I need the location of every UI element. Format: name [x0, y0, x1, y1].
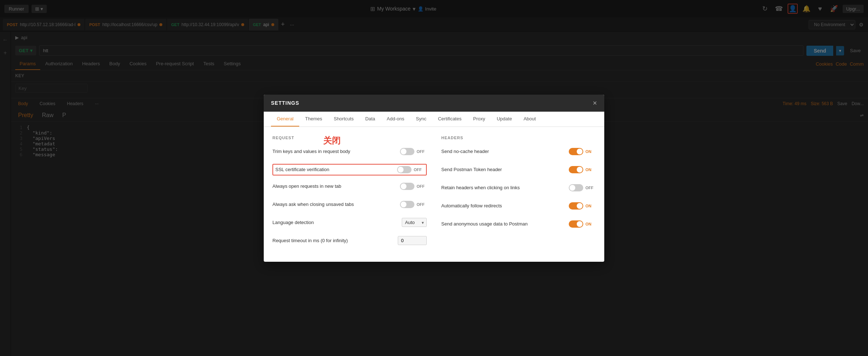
modal-tab-certificates[interactable]: Certificates: [432, 112, 467, 127]
trim-toggle-wrap: OFF: [400, 148, 427, 155]
retain-headers-toggle-wrap: OFF: [569, 184, 596, 191]
timeout-input[interactable]: [398, 236, 427, 245]
modal-tab-sync[interactable]: Sync: [410, 112, 432, 127]
headers-section: HEADERS Send no-cache header ON Send Pos…: [441, 136, 596, 253]
setting-row-new-tab: Always open requests in new tab OFF: [272, 181, 427, 192]
modal-tab-general[interactable]: General: [271, 112, 299, 127]
postman-token-toggle-wrap: ON: [569, 166, 596, 173]
setting-row-ask-close: Always ask when closing unsaved tabs OFF: [272, 199, 427, 210]
setting-row-ssl: SSL certificate verification OFF: [272, 164, 427, 175]
redirects-toggle-label: ON: [585, 204, 596, 208]
modal-tab-proxy[interactable]: Proxy: [467, 112, 491, 127]
setting-row-timeout: Request timeout in ms (0 for infinity): [272, 235, 427, 247]
ssl-toggle[interactable]: [397, 166, 412, 173]
nocache-toggle-wrap: ON: [569, 148, 596, 155]
lang-label: Language detection: [272, 220, 402, 225]
ask-close-toggle[interactable]: [400, 201, 414, 208]
modal-tab-data[interactable]: Data: [359, 112, 381, 127]
headers-section-title: HEADERS: [441, 136, 596, 140]
modal-tab-about[interactable]: About: [518, 112, 542, 127]
modal-tab-update[interactable]: Update: [491, 112, 518, 127]
modal-header: SETTINGS ×: [264, 95, 604, 112]
ssl-toggle-wrap: OFF: [397, 166, 424, 173]
request-section-title: REQUEST: [272, 136, 427, 140]
ssl-label: SSL certificate verification: [275, 167, 397, 172]
ask-close-toggle-label: OFF: [417, 202, 427, 207]
new-tab-toggle[interactable]: [400, 183, 414, 190]
ask-close-label: Always ask when closing unsaved tabs: [272, 202, 400, 207]
retain-headers-label: Retain headers when clicking on links: [441, 185, 569, 190]
new-tab-label: Always open requests in new tab: [272, 183, 400, 189]
redirects-toggle[interactable]: [569, 202, 583, 210]
setting-row-lang: Language detection Auto JSON XML: [272, 217, 427, 228]
usage-data-toggle-wrap: ON: [569, 220, 596, 228]
usage-data-toggle[interactable]: [569, 220, 583, 228]
usage-data-label: Send anonymous usage data to Postman: [441, 221, 569, 227]
setting-row-retain-headers: Retain headers when clicking on links OF…: [441, 182, 596, 194]
setting-row-postman-token: Send Postman Token header ON: [441, 164, 596, 175]
redirects-toggle-wrap: ON: [569, 202, 596, 210]
new-tab-toggle-label: OFF: [417, 184, 427, 189]
setting-row-redirects: Automatically follow redirects ON: [441, 200, 596, 212]
nocache-toggle[interactable]: [569, 148, 583, 155]
trim-toggle[interactable]: [400, 148, 414, 155]
trim-label: Trim keys and values in request body: [272, 149, 400, 154]
ssl-toggle-label: OFF: [414, 167, 424, 172]
new-tab-toggle-wrap: OFF: [400, 183, 427, 190]
nocache-toggle-label: ON: [585, 149, 596, 154]
setting-row-nocache: Send no-cache header ON: [441, 146, 596, 157]
retain-headers-toggle-label: OFF: [585, 186, 596, 190]
lang-select[interactable]: Auto JSON XML: [402, 218, 427, 227]
modal-tabs: General Themes Shortcuts Data Add-ons Sy…: [264, 112, 604, 127]
modal-close-button[interactable]: ×: [593, 99, 597, 107]
postman-token-toggle[interactable]: [569, 166, 583, 173]
modal-overlay: SETTINGS × General Themes Shortcuts Data…: [0, 0, 868, 356]
settings-modal: SETTINGS × General Themes Shortcuts Data…: [264, 95, 604, 262]
modal-tab-themes[interactable]: Themes: [299, 112, 328, 127]
lang-select-wrap: Auto JSON XML: [402, 218, 427, 227]
nocache-label: Send no-cache header: [441, 149, 569, 154]
usage-data-toggle-label: ON: [585, 222, 596, 226]
postman-token-toggle-label: ON: [585, 167, 596, 172]
postman-token-label: Send Postman Token header: [441, 167, 569, 172]
timeout-label: Request timeout in ms (0 for infinity): [272, 238, 398, 243]
request-section: REQUEST 关闭 Trim keys and values in reque…: [272, 136, 427, 253]
modal-tab-shortcuts[interactable]: Shortcuts: [328, 112, 359, 127]
redirects-label: Automatically follow redirects: [441, 203, 569, 208]
setting-row-usage-data: Send anonymous usage data to Postman ON: [441, 218, 596, 230]
modal-body: REQUEST 关闭 Trim keys and values in reque…: [264, 127, 604, 262]
modal-tab-addons[interactable]: Add-ons: [381, 112, 410, 127]
modal-title: SETTINGS: [271, 100, 299, 106]
ask-close-toggle-wrap: OFF: [400, 201, 427, 208]
retain-headers-toggle[interactable]: [569, 184, 583, 191]
trim-toggle-label: OFF: [417, 149, 427, 154]
setting-row-trim: Trim keys and values in request body OFF: [272, 146, 427, 157]
